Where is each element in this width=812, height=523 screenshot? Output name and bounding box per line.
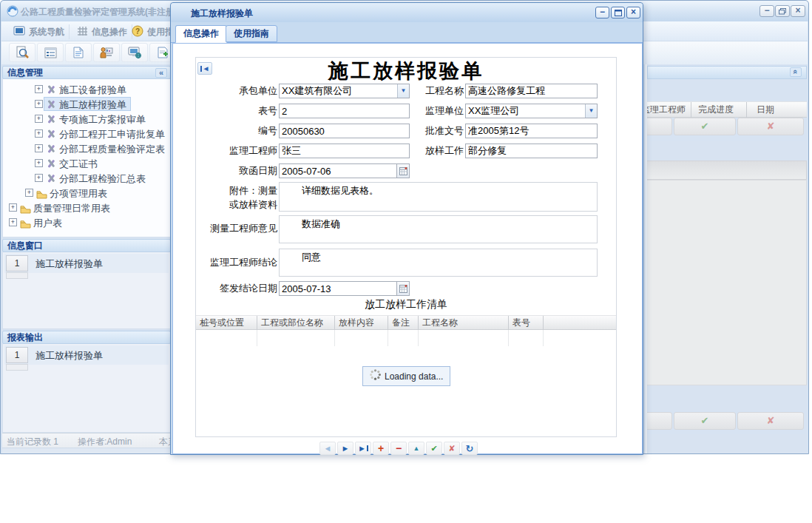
document-icon[interactable]: [65, 43, 92, 62]
tree-item[interactable]: + 专项施工方案报审单: [3, 112, 170, 126]
list-view-icon[interactable]: [37, 43, 64, 62]
expand-plus-icon[interactable]: +: [25, 189, 33, 197]
search-doc-icon[interactable]: [9, 43, 35, 62]
column-header[interactable]: [544, 316, 616, 330]
grid-icon: [77, 26, 88, 38]
row-number-cell[interactable]: 1: [6, 255, 28, 271]
dialog-titlebar[interactable]: 施工放样报验单 − ×: [171, 3, 643, 22]
cancel-record-button[interactable]: ✘: [444, 442, 460, 455]
supervisor-conclusion-textarea[interactable]: 同意: [279, 249, 598, 277]
expand-plus-icon[interactable]: +: [35, 100, 43, 108]
supervisor-engineer-input[interactable]: [279, 144, 410, 158]
field-label: 监理工程师: [196, 144, 277, 158]
column-header[interactable]: 工程或部位名称: [257, 316, 335, 330]
field-label: 监理单位: [415, 104, 464, 118]
column-header[interactable]: 放样内容: [335, 316, 388, 330]
column-header[interactable]: 桩号或位置: [196, 316, 257, 330]
tree-item[interactable]: + 交工证书: [3, 156, 170, 171]
column-header[interactable]: 完成进度: [691, 102, 747, 118]
dialog-minimize-button[interactable]: −: [595, 7, 609, 18]
expand-plus-icon[interactable]: +: [35, 85, 43, 93]
expand-plus-icon[interactable]: +: [9, 218, 17, 226]
background-button[interactable]: [645, 118, 672, 135]
cross-button[interactable]: ✘: [737, 118, 804, 135]
user-chart-icon[interactable]: [93, 43, 120, 62]
collapse-up-icon[interactable]: «: [790, 67, 802, 77]
list-item[interactable]: 施工放样报验单: [35, 257, 103, 271]
chevron-down-icon[interactable]: ▼: [585, 104, 597, 118]
column-header[interactable]: 工程名称: [419, 316, 509, 330]
serial-number-input[interactable]: [279, 124, 410, 138]
monitor-globe-icon[interactable]: [121, 43, 148, 62]
save-record-button[interactable]: ✔: [426, 442, 442, 455]
expand-plus-icon[interactable]: +: [35, 144, 43, 152]
main-minimize-button[interactable]: −: [759, 5, 774, 17]
next-record-button[interactable]: ►: [337, 442, 353, 455]
status-operator: 操作者:Admin: [78, 436, 132, 448]
refresh-button[interactable]: ↻: [461, 442, 478, 455]
background-group-header: [646, 161, 807, 180]
column-header[interactable]: 日期: [747, 102, 808, 118]
check-icon: ✔: [701, 121, 709, 132]
attachment-textarea[interactable]: 详细数据见表格。: [279, 182, 598, 212]
dialog-window: 施工放样报验单 − × 信息操作 使用指南 ◄ 施工放样报验单 承包单位 ▼ 工…: [170, 2, 643, 455]
expand-plus-icon[interactable]: +: [9, 203, 17, 212]
prev-record-button[interactable]: ◄: [319, 442, 336, 455]
column-header[interactable]: 监理工程师: [645, 102, 691, 118]
dialog-close-button[interactable]: ×: [626, 7, 640, 18]
tree-folder[interactable]: + 分项管理用表: [3, 186, 170, 200]
conclusion-date-input[interactable]: [279, 281, 397, 296]
last-record-button[interactable]: ►: [355, 442, 371, 455]
check-button[interactable]: ✔: [674, 118, 736, 135]
collapse-left-icon[interactable]: «: [155, 68, 167, 78]
column-header[interactable]: 表号: [509, 316, 544, 330]
main-close-button[interactable]: ×: [791, 5, 805, 17]
supervisor-combobox[interactable]: ▼: [465, 104, 598, 118]
survey-engineer-opinion-textarea[interactable]: 数据准确: [279, 215, 598, 243]
expand-plus-icon[interactable]: +: [35, 115, 43, 123]
info-manage-tree: + 施工设备报验单 + 施工放样报验单 + 专项施工方案报审单 + 分部工程开工…: [2, 79, 171, 237]
tab-info-operation[interactable]: 信息操作: [175, 25, 227, 43]
tree-item[interactable]: + 分部工程检验汇总表: [3, 171, 170, 186]
cross-button[interactable]: ✘: [737, 412, 804, 430]
tree-item[interactable]: + 分部工程质量检验评定表: [3, 141, 170, 156]
column-header[interactable]: 备注: [388, 316, 419, 330]
check-button[interactable]: ✔: [674, 412, 736, 430]
layout-work-input[interactable]: [465, 144, 598, 158]
dialog-maximize-button[interactable]: [611, 7, 625, 18]
chevron-down-icon[interactable]: ▼: [397, 84, 409, 98]
menu-system-nav[interactable]: 系统导航: [9, 24, 70, 39]
supervisor-input[interactable]: [465, 104, 598, 118]
background-band: [647, 385, 807, 411]
expand-plus-icon[interactable]: +: [35, 159, 43, 167]
tree-item[interactable]: + 分部工程开工申请批复单: [3, 126, 170, 141]
expand-plus-icon[interactable]: +: [35, 129, 43, 138]
background-button[interactable]: [645, 412, 672, 430]
field-label: 批准文号: [415, 124, 464, 138]
letter-date-input[interactable]: [279, 163, 397, 178]
help-coin-icon: ?: [132, 25, 143, 39]
main-restore-button[interactable]: [775, 5, 790, 17]
project-name-input[interactable]: [465, 84, 598, 98]
form-number-input[interactable]: [279, 104, 410, 118]
tree-folder[interactable]: + 质量管理日常用表: [3, 200, 170, 215]
tool-icon: [46, 144, 56, 157]
tree-item[interactable]: + 施工设备报验单: [3, 82, 170, 97]
add-record-button[interactable]: +: [373, 442, 389, 455]
edit-record-button[interactable]: ▲: [408, 442, 424, 455]
row-number-cell[interactable]: 1: [6, 347, 28, 363]
calendar-icon[interactable]: [397, 281, 410, 296]
tool-icon: [46, 114, 56, 127]
field-label: 编号: [196, 124, 277, 138]
list-item[interactable]: 施工放样报验单: [35, 349, 103, 362]
contractor-input[interactable]: [279, 84, 410, 98]
delete-record-button[interactable]: −: [390, 442, 407, 455]
expand-plus-icon[interactable]: +: [35, 174, 43, 182]
contractor-combobox[interactable]: ▼: [279, 84, 410, 98]
tab-user-guide[interactable]: 使用指南: [226, 25, 277, 42]
menu-info-operation[interactable]: 信息操作: [72, 24, 132, 39]
approval-number-input[interactable]: [465, 124, 598, 138]
tree-item-selected[interactable]: + 施工放样报验单: [3, 97, 170, 112]
tree-folder[interactable]: + 用户表: [3, 215, 170, 230]
calendar-icon[interactable]: [397, 163, 410, 178]
